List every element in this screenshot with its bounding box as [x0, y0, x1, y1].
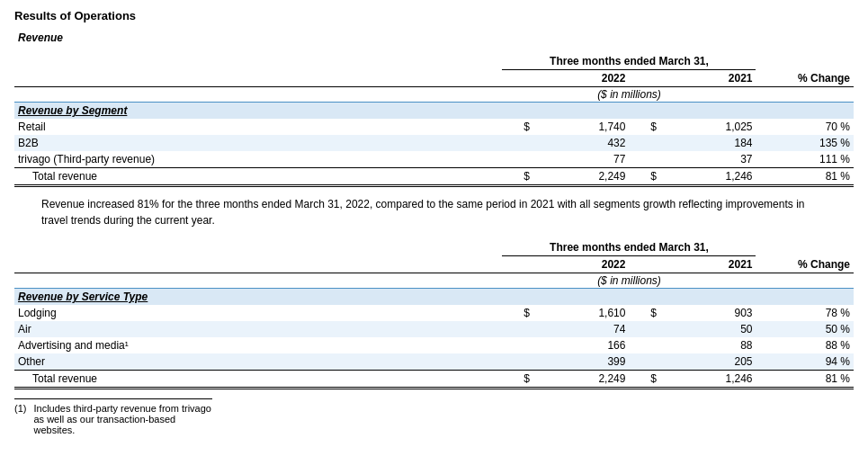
- col2-empty-header: [14, 256, 502, 273]
- air-pct: 50 %: [756, 321, 854, 337]
- total2-pct: 81 %: [756, 371, 854, 389]
- revenue-description: Revenue increased 81% for the three mont…: [41, 196, 827, 228]
- revenue-by-segment-table: Three months ended March 31, 2022 2021 %…: [14, 53, 854, 187]
- unit-header: ($ in millions): [502, 87, 756, 103]
- table-row: Lodging $ 1,610 $ 903 78 %: [14, 305, 854, 321]
- trivago-pct: 111 %: [756, 151, 854, 168]
- segment-header-label: Revenue by Segment: [14, 103, 854, 120]
- b2b-dollar1: [502, 135, 532, 151]
- b2b-val1: 432: [532, 135, 629, 151]
- lodging-val1: 1,610: [532, 305, 629, 321]
- year2-2-header: 2021: [629, 256, 756, 273]
- advertising-label: Advertising and media¹: [14, 337, 502, 353]
- unit2-header: ($ in millions): [502, 273, 756, 289]
- total-pct: 81 %: [756, 168, 854, 186]
- trivago-val1: 77: [532, 151, 629, 168]
- retail-dollar1: $: [502, 119, 532, 135]
- footnote: (1) Includes third-party revenue from tr…: [14, 403, 212, 435]
- pct2-empty-subheader: [756, 273, 854, 289]
- total-val1: 2,249: [532, 168, 629, 186]
- total2-val2: 1,246: [658, 371, 756, 389]
- pct-change-header: [756, 53, 854, 70]
- trivago-label: trivago (Third-party revenue): [14, 151, 502, 168]
- period2-header: Three months ended March 31,: [502, 239, 756, 256]
- air-val1: 74: [532, 321, 629, 337]
- total2-dollar2: $: [629, 371, 658, 389]
- revenue-by-service-table: Three months ended March 31, 2022 2021 %…: [14, 239, 854, 389]
- total-label: Total revenue: [14, 168, 502, 186]
- advertising-val1: 166: [532, 337, 629, 353]
- col2-empty-subheader: [14, 273, 502, 289]
- b2b-pct: 135 %: [756, 135, 854, 151]
- retail-dollar2: $: [629, 119, 658, 135]
- year1-header: 2022: [502, 70, 629, 87]
- page-title: Results of Operations: [14, 9, 854, 22]
- retail-label: Retail: [14, 119, 502, 135]
- b2b-label: B2B: [14, 135, 502, 151]
- period-header: Three months ended March 31,: [502, 53, 756, 70]
- service-header-label: Revenue by Service Type: [14, 289, 854, 306]
- lodging-dollar1: $: [502, 305, 532, 321]
- total-revenue-row-2: Total revenue $ 2,249 $ 1,246 81 %: [14, 371, 854, 389]
- lodging-val2: 903: [658, 305, 756, 321]
- advertising-val2: 88: [658, 337, 756, 353]
- total2-val1: 2,249: [532, 371, 629, 389]
- total2-label: Total revenue: [14, 371, 502, 389]
- b2b-dollar2: [629, 135, 658, 151]
- total-dollar1: $: [502, 168, 532, 186]
- col-empty-subheader: [14, 87, 502, 103]
- other-val2: 205: [658, 353, 756, 371]
- other-dollar2: [629, 353, 658, 371]
- footnote-number: (1): [14, 403, 26, 435]
- other-val1: 399: [532, 353, 629, 371]
- other-pct: 94 %: [756, 353, 854, 371]
- air-val2: 50: [658, 321, 756, 337]
- pct2-change-header: [756, 239, 854, 256]
- revenue-subtitle: Revenue: [18, 31, 854, 44]
- pct-header: % Change: [756, 70, 854, 87]
- total2-dollar1: $: [502, 371, 532, 389]
- year1-2-header: 2022: [502, 256, 629, 273]
- lodging-pct: 78 %: [756, 305, 854, 321]
- col-empty-header: [14, 70, 502, 87]
- pct-empty-subheader: [756, 87, 854, 103]
- col-label-header: [14, 53, 502, 70]
- other-dollar1: [502, 353, 532, 371]
- air-dollar2: [629, 321, 658, 337]
- table-row: Retail $ 1,740 $ 1,025 70 %: [14, 119, 854, 135]
- air-label: Air: [14, 321, 502, 337]
- other-label: Other: [14, 353, 502, 371]
- trivago-val2: 37: [658, 151, 756, 168]
- service-header-row: Revenue by Service Type: [14, 289, 854, 306]
- lodging-dollar2: $: [629, 305, 658, 321]
- lodging-label: Lodging: [14, 305, 502, 321]
- table-row: Other 399 205 94 %: [14, 353, 854, 371]
- advertising-dollar2: [629, 337, 658, 353]
- segment-header-row: Revenue by Segment: [14, 103, 854, 120]
- footnote-section: (1) Includes third-party revenue from tr…: [14, 398, 212, 435]
- table-row: Air 74 50 50 %: [14, 321, 854, 337]
- total-dollar2: $: [629, 168, 658, 186]
- trivago-dollar2: [629, 151, 658, 168]
- col2-label-header: [14, 239, 502, 256]
- retail-val2: 1,025: [658, 119, 756, 135]
- year2-header: 2021: [629, 70, 756, 87]
- trivago-dollar1: [502, 151, 532, 168]
- retail-val1: 1,740: [532, 119, 629, 135]
- retail-pct: 70 %: [756, 119, 854, 135]
- advertising-dollar1: [502, 337, 532, 353]
- footnote-text: Includes third-party revenue from trivag…: [33, 403, 212, 435]
- total-revenue-row: Total revenue $ 2,249 $ 1,246 81 %: [14, 168, 854, 186]
- total-val2: 1,246: [658, 168, 756, 186]
- table-row: trivago (Third-party revenue) 77 37 111 …: [14, 151, 854, 168]
- pct2-header: % Change: [756, 256, 854, 273]
- table-row: Advertising and media¹ 166 88 88 %: [14, 337, 854, 353]
- air-dollar1: [502, 321, 532, 337]
- advertising-pct: 88 %: [756, 337, 854, 353]
- table-row: B2B 432 184 135 %: [14, 135, 854, 151]
- b2b-val2: 184: [658, 135, 756, 151]
